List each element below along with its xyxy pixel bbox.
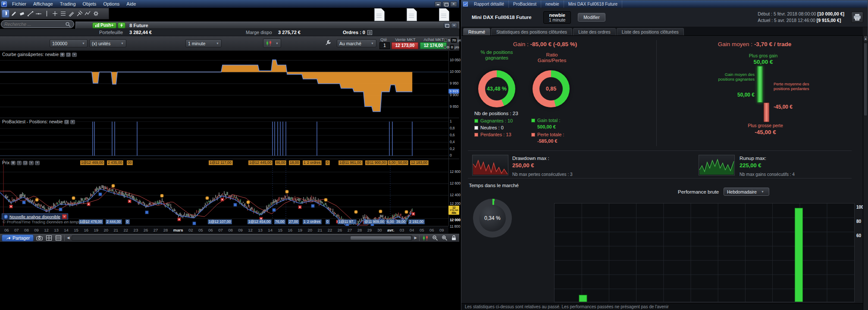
search-input[interactable] xyxy=(4,22,65,27)
quick-order-button[interactable] xyxy=(118,22,125,28)
titlebar-segment[interactable]: newbie xyxy=(541,0,564,8)
quantity-select[interactable]: 100000▼ xyxy=(50,39,88,47)
close-icon[interactable]: × xyxy=(451,23,457,28)
scroll-left-icon[interactable]: ◀ xyxy=(67,236,69,240)
runup-value: 225,00 € xyxy=(740,162,761,169)
popout-icon[interactable]: ❏ xyxy=(23,161,28,165)
gain-label: Gain : xyxy=(513,41,529,47)
price-tag: @11 909,00 xyxy=(363,219,385,224)
orders-list-icon[interactable] xyxy=(367,30,372,35)
settings-gear-icon[interactable] xyxy=(92,9,100,18)
share-button[interactable]: Partager xyxy=(2,235,34,241)
menu-item[interactable]: Objets xyxy=(79,0,100,7)
layout-rows-icon[interactable] xyxy=(55,235,62,241)
zigzag-tool-button[interactable] xyxy=(84,9,91,18)
screenshot-camera-icon[interactable] xyxy=(36,235,43,241)
price-axis: 12 80012 60012 40012 20012 00011 800 xyxy=(448,159,459,226)
restore-icon[interactable] xyxy=(444,23,450,28)
scrollbar-thumb[interactable] xyxy=(351,236,411,240)
performance-period-select[interactable]: Hebdomadaire▼ xyxy=(724,188,769,196)
menu-item[interactable]: Affichage xyxy=(30,0,56,7)
date-label: 28 xyxy=(163,228,168,232)
report-dates: Début : 5 févr. 2018 08:00:00 [10 000,00… xyxy=(758,11,844,24)
units-select[interactable]: (x) unités▼ xyxy=(89,39,126,47)
wrench-icon[interactable]: ⚙ xyxy=(60,53,65,57)
close-icon[interactable]: × xyxy=(29,161,34,165)
order-settings-wrench-icon[interactable] xyxy=(325,40,331,46)
chart-type-select[interactable]: ▼ xyxy=(263,38,281,48)
current-equity-badge: 9 915 xyxy=(448,89,459,94)
instrument-name: Mini DAX Full0618 Future xyxy=(472,15,536,20)
popout-icon[interactable]: ❏ xyxy=(64,120,69,124)
modify-button[interactable]: Modifier xyxy=(578,13,605,22)
close-icon[interactable]: × xyxy=(72,53,77,57)
vertical-scrollbar[interactable]: ▲ xyxy=(863,36,868,310)
gains-losses-chart[interactable] xyxy=(0,51,448,118)
stop-value[interactable]: 70 xyxy=(451,38,457,43)
zoom-out-icon[interactable] xyxy=(431,235,439,241)
popout-icon[interactable]: ❏ xyxy=(66,53,71,57)
objective-value[interactable]: 0 xyxy=(450,45,454,50)
report-tab[interactable]: Liste des positions clôturées xyxy=(617,28,684,35)
date-label: 12 xyxy=(44,228,49,232)
scrollbar-thumb[interactable] xyxy=(864,43,868,116)
qty-input[interactable]: 1 xyxy=(379,42,390,49)
pitchfork-tool-button[interactable] xyxy=(75,9,83,18)
notification-close-icon[interactable]: × xyxy=(62,214,67,219)
fibonacci-tool-button[interactable] xyxy=(59,9,67,18)
buy-market-button[interactable]: 12 174,00 xyxy=(420,42,447,49)
close-icon[interactable]: × xyxy=(70,120,75,124)
date-label: 21 xyxy=(318,228,323,232)
menu-item[interactable]: Trading xyxy=(56,0,79,7)
vertical-line-tool-button[interactable] xyxy=(43,9,50,18)
alarm-icon[interactable]: ! xyxy=(17,161,22,165)
chart-window-titlebar[interactable]: Push+ 8 Future × xyxy=(75,22,459,29)
timeframe-select[interactable]: 1 minute▼ xyxy=(185,39,222,47)
menu-item[interactable]: Aide xyxy=(123,0,139,7)
cross-tool-button[interactable] xyxy=(51,9,59,18)
minimize-button[interactable] xyxy=(435,1,442,7)
menu-item[interactable]: Fichier xyxy=(9,0,30,7)
search-icon[interactable] xyxy=(65,22,71,27)
scroll-up-icon[interactable]: ▲ xyxy=(863,36,868,42)
menu-item[interactable]: Options xyxy=(100,0,123,7)
horizontal-scrollbar[interactable] xyxy=(72,235,412,241)
layout-grid-icon[interactable] xyxy=(45,235,53,241)
titlebar-segment[interactable]: ProBacktest xyxy=(509,0,541,8)
price-tag: @11 900,00 xyxy=(365,160,387,165)
titlebar-segment[interactable]: Rapport détaillé xyxy=(470,0,509,8)
vertical-divider xyxy=(656,40,657,146)
print-button[interactable] xyxy=(851,12,863,23)
objective-checkbox[interactable] xyxy=(444,46,446,49)
report-tab[interactable]: Liste des ordres xyxy=(573,28,616,35)
chart-mode-icon[interactable] xyxy=(422,235,429,241)
axis-label: 0,6 xyxy=(450,133,454,137)
horizontal-line-tool-button[interactable] xyxy=(34,9,42,18)
report-titlebar[interactable]: Rapport détailléProBacktestnewbieMini DA… xyxy=(461,0,868,8)
wrench-icon[interactable]: ⚙ xyxy=(11,161,16,165)
price-tag: 6,00 xyxy=(386,219,395,224)
scroll-right-icon[interactable]: ▶ xyxy=(414,236,417,240)
sell-market-button[interactable]: 12 173,00 xyxy=(392,42,418,49)
positions-chart[interactable] xyxy=(0,118,448,159)
order-type-select[interactable]: Au marché▼ xyxy=(337,39,376,47)
chevron-down-icon: ▼ xyxy=(121,42,124,45)
push-button[interactable]: Push+ xyxy=(92,22,116,28)
stop-checkbox[interactable]: ✓ xyxy=(444,39,447,42)
notification-link[interactable]: Nouvelle analyse disponible xyxy=(9,214,60,219)
pencil-tool-button[interactable] xyxy=(10,9,18,18)
report-tab[interactable]: Résumé xyxy=(463,28,490,35)
report-tab[interactable]: Statistiques des positions clôturées xyxy=(491,28,572,35)
add-icon[interactable]: + xyxy=(35,161,40,165)
eraser-tool-button[interactable] xyxy=(18,9,26,18)
channel-tool-button[interactable] xyxy=(67,9,75,18)
cursor-tool-button[interactable] xyxy=(2,9,9,18)
zoom-in-icon[interactable] xyxy=(441,235,448,241)
trendline-tool-button[interactable] xyxy=(26,9,34,18)
titlebar-segment[interactable]: Mini DAX Full0618 Future xyxy=(564,0,623,8)
close-button[interactable]: × xyxy=(450,1,457,7)
maximize-button[interactable] xyxy=(442,1,449,7)
price-tag: 12 183,00 xyxy=(410,160,429,165)
lock-icon[interactable] xyxy=(450,235,458,241)
date-label: 27 xyxy=(154,228,158,232)
